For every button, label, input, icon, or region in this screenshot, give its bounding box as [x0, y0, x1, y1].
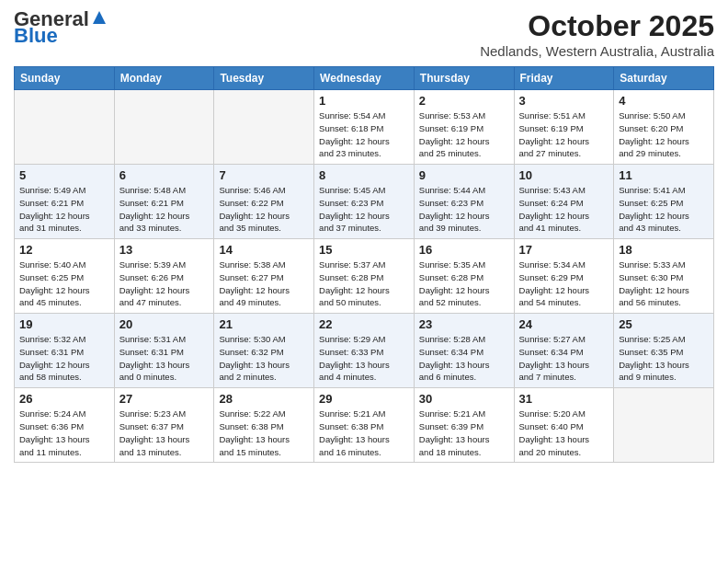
day-detail: Sunrise: 5:50 AM Sunset: 6:20 PM Dayligh…	[619, 109, 709, 160]
day-detail: Sunrise: 5:43 AM Sunset: 6:24 PM Dayligh…	[519, 184, 609, 235]
day-number: 27	[119, 392, 210, 406]
header: General Blue October 2025 Nedlands, West…	[14, 9, 714, 59]
calendar-day-19: 19Sunrise: 5:32 AM Sunset: 6:31 PM Dayli…	[15, 314, 115, 388]
calendar-table: SundayMondayTuesdayWednesdayThursdayFrid…	[14, 66, 714, 463]
weekday-header-monday: Monday	[114, 67, 214, 90]
day-detail: Sunrise: 5:46 AM Sunset: 6:22 PM Dayligh…	[219, 184, 309, 235]
calendar-day-22: 22Sunrise: 5:29 AM Sunset: 6:33 PM Dayli…	[314, 314, 415, 388]
location-title: Nedlands, Western Australia, Australia	[480, 43, 714, 59]
day-number: 29	[319, 392, 409, 406]
day-number: 28	[219, 392, 309, 406]
day-number: 7	[219, 168, 309, 182]
day-detail: Sunrise: 5:39 AM Sunset: 6:26 PM Dayligh…	[119, 259, 210, 309]
day-detail: Sunrise: 5:24 AM Sunset: 6:36 PM Dayligh…	[19, 408, 109, 458]
logo-blue-text: Blue	[14, 26, 58, 46]
day-detail: Sunrise: 5:44 AM Sunset: 6:23 PM Dayligh…	[419, 184, 509, 235]
calendar-day-7: 7Sunrise: 5:46 AM Sunset: 6:22 PM Daylig…	[214, 165, 314, 239]
day-number: 4	[619, 94, 709, 108]
calendar-empty-cell	[114, 90, 214, 165]
title-block: October 2025 Nedlands, Western Australia…	[480, 9, 714, 59]
day-detail: Sunrise: 5:53 AM Sunset: 6:19 PM Dayligh…	[419, 109, 509, 160]
weekday-header-thursday: Thursday	[414, 67, 514, 90]
calendar-day-13: 13Sunrise: 5:39 AM Sunset: 6:26 PM Dayli…	[114, 239, 214, 314]
calendar-day-25: 25Sunrise: 5:25 AM Sunset: 6:35 PM Dayli…	[614, 314, 714, 388]
calendar-empty-cell	[15, 90, 115, 165]
day-detail: Sunrise: 5:37 AM Sunset: 6:28 PM Dayligh…	[319, 259, 409, 309]
day-number: 10	[519, 168, 609, 182]
weekday-header-friday: Friday	[514, 67, 614, 90]
calendar-day-5: 5Sunrise: 5:49 AM Sunset: 6:21 PM Daylig…	[15, 165, 115, 239]
weekday-header-sunday: Sunday	[15, 67, 115, 90]
day-number: 14	[219, 243, 309, 257]
day-number: 16	[419, 243, 509, 257]
day-detail: Sunrise: 5:25 AM Sunset: 6:35 PM Dayligh…	[619, 333, 709, 384]
calendar-day-20: 20Sunrise: 5:31 AM Sunset: 6:31 PM Dayli…	[114, 314, 214, 388]
calendar-day-6: 6Sunrise: 5:48 AM Sunset: 6:21 PM Daylig…	[114, 165, 214, 239]
day-detail: Sunrise: 5:45 AM Sunset: 6:23 PM Dayligh…	[319, 184, 409, 235]
day-number: 19	[19, 317, 109, 331]
day-number: 18	[619, 243, 709, 257]
day-detail: Sunrise: 5:21 AM Sunset: 6:39 PM Dayligh…	[419, 408, 509, 458]
svg-marker-0	[93, 11, 106, 24]
logo-icon	[91, 9, 108, 26]
calendar-day-28: 28Sunrise: 5:22 AM Sunset: 6:38 PM Dayli…	[214, 388, 314, 463]
day-number: 31	[519, 392, 609, 406]
day-detail: Sunrise: 5:30 AM Sunset: 6:32 PM Dayligh…	[219, 333, 309, 384]
day-detail: Sunrise: 5:28 AM Sunset: 6:34 PM Dayligh…	[419, 333, 509, 384]
calendar-day-4: 4Sunrise: 5:50 AM Sunset: 6:20 PM Daylig…	[614, 90, 714, 165]
day-number: 26	[19, 392, 109, 406]
day-number: 2	[419, 94, 509, 108]
day-detail: Sunrise: 5:27 AM Sunset: 6:34 PM Dayligh…	[519, 333, 609, 384]
calendar-day-18: 18Sunrise: 5:33 AM Sunset: 6:30 PM Dayli…	[614, 239, 714, 314]
day-detail: Sunrise: 5:20 AM Sunset: 6:40 PM Dayligh…	[519, 408, 609, 458]
calendar-week-row: 5Sunrise: 5:49 AM Sunset: 6:21 PM Daylig…	[15, 165, 714, 239]
calendar-day-30: 30Sunrise: 5:21 AM Sunset: 6:39 PM Dayli…	[414, 388, 514, 463]
calendar-week-row: 19Sunrise: 5:32 AM Sunset: 6:31 PM Dayli…	[15, 314, 714, 388]
day-detail: Sunrise: 5:54 AM Sunset: 6:18 PM Dayligh…	[319, 109, 409, 160]
calendar-day-9: 9Sunrise: 5:44 AM Sunset: 6:23 PM Daylig…	[414, 165, 514, 239]
calendar-day-11: 11Sunrise: 5:41 AM Sunset: 6:25 PM Dayli…	[614, 165, 714, 239]
day-number: 21	[219, 317, 309, 331]
day-number: 15	[319, 243, 409, 257]
calendar-day-12: 12Sunrise: 5:40 AM Sunset: 6:25 PM Dayli…	[15, 239, 115, 314]
day-detail: Sunrise: 5:32 AM Sunset: 6:31 PM Dayligh…	[19, 333, 109, 384]
calendar-day-8: 8Sunrise: 5:45 AM Sunset: 6:23 PM Daylig…	[314, 165, 415, 239]
day-number: 17	[519, 243, 609, 257]
calendar-week-row: 1Sunrise: 5:54 AM Sunset: 6:18 PM Daylig…	[15, 90, 714, 165]
day-number: 5	[19, 168, 109, 182]
day-number: 25	[619, 317, 709, 331]
day-detail: Sunrise: 5:33 AM Sunset: 6:30 PM Dayligh…	[619, 259, 709, 309]
logo: General Blue	[14, 9, 108, 46]
calendar-day-29: 29Sunrise: 5:21 AM Sunset: 6:38 PM Dayli…	[314, 388, 415, 463]
day-number: 3	[519, 94, 609, 108]
day-number: 24	[519, 317, 609, 331]
day-number: 6	[119, 168, 210, 182]
day-detail: Sunrise: 5:31 AM Sunset: 6:31 PM Dayligh…	[119, 333, 210, 384]
calendar-day-24: 24Sunrise: 5:27 AM Sunset: 6:34 PM Dayli…	[514, 314, 614, 388]
day-number: 8	[319, 168, 409, 182]
calendar-day-15: 15Sunrise: 5:37 AM Sunset: 6:28 PM Dayli…	[314, 239, 415, 314]
calendar-day-2: 2Sunrise: 5:53 AM Sunset: 6:19 PM Daylig…	[414, 90, 514, 165]
calendar-day-1: 1Sunrise: 5:54 AM Sunset: 6:18 PM Daylig…	[314, 90, 415, 165]
weekday-header-tuesday: Tuesday	[214, 67, 314, 90]
day-detail: Sunrise: 5:51 AM Sunset: 6:19 PM Dayligh…	[519, 109, 609, 160]
day-number: 9	[419, 168, 509, 182]
day-detail: Sunrise: 5:22 AM Sunset: 6:38 PM Dayligh…	[219, 408, 309, 458]
day-number: 30	[419, 392, 509, 406]
day-number: 20	[119, 317, 210, 331]
day-number: 13	[119, 243, 210, 257]
day-detail: Sunrise: 5:21 AM Sunset: 6:38 PM Dayligh…	[319, 408, 409, 458]
calendar-day-31: 31Sunrise: 5:20 AM Sunset: 6:40 PM Dayli…	[514, 388, 614, 463]
day-detail: Sunrise: 5:34 AM Sunset: 6:29 PM Dayligh…	[519, 259, 609, 309]
page: General Blue October 2025 Nedlands, West…	[0, 0, 728, 563]
weekday-header-wednesday: Wednesday	[314, 67, 415, 90]
day-number: 23	[419, 317, 509, 331]
calendar-day-16: 16Sunrise: 5:35 AM Sunset: 6:28 PM Dayli…	[414, 239, 514, 314]
day-detail: Sunrise: 5:29 AM Sunset: 6:33 PM Dayligh…	[319, 333, 409, 384]
day-detail: Sunrise: 5:23 AM Sunset: 6:37 PM Dayligh…	[119, 408, 210, 458]
weekday-header-saturday: Saturday	[614, 67, 714, 90]
day-detail: Sunrise: 5:40 AM Sunset: 6:25 PM Dayligh…	[19, 259, 109, 309]
calendar-empty-cell	[614, 388, 714, 463]
day-number: 12	[19, 243, 109, 257]
calendar-empty-cell	[214, 90, 314, 165]
